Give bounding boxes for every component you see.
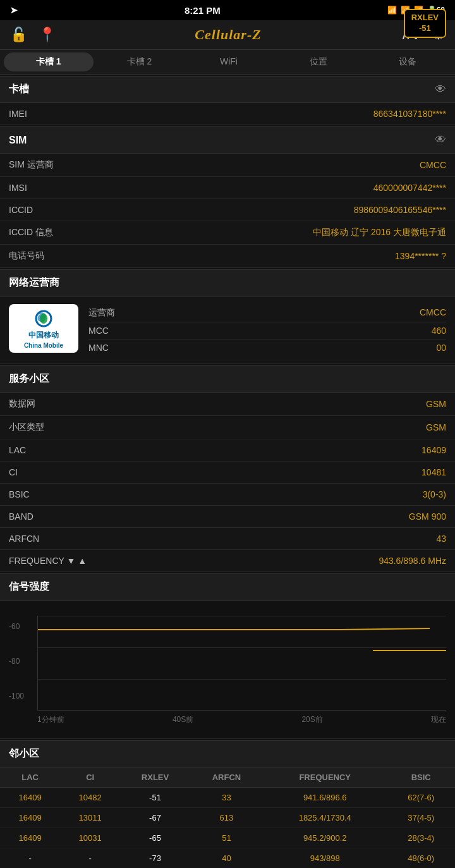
iccid-info-label: ICCID 信息 [9, 227, 53, 238]
china-mobile-en-label: China Mobile [24, 342, 63, 349]
tab-wifi[interactable]: WiFi [184, 50, 274, 74]
phone-number-label: 电话号码 [9, 250, 44, 262]
lock-icon[interactable]: 🔓 [10, 27, 27, 43]
x-label-20s: 20S前 [301, 714, 322, 725]
cell-arfcn-3: 40 [190, 848, 263, 869]
ci-label: CI [9, 467, 18, 477]
cell-frequency-3: 943/898 [263, 848, 387, 869]
imei-row: IMEI 866341037180**** [0, 103, 455, 125]
neighbor-cells-title: 邻小区 [9, 747, 39, 761]
rxlev-value: -51 [411, 23, 439, 34]
ci-row: CI 10481 [0, 462, 455, 484]
x-label-1min: 1分钟前 [37, 714, 64, 725]
tab-location[interactable]: 位置 [274, 50, 363, 74]
y-label-80: -80 [9, 657, 20, 666]
cell-bsic-1: 37(4-5) [387, 808, 455, 828]
x-label-now: 现在 [431, 714, 446, 725]
mnc-value: 00 [436, 343, 446, 353]
status-time: 8:21 PM [185, 5, 221, 16]
data-network-label: 数据网 [9, 398, 35, 410]
china-mobile-logo-svg [28, 308, 59, 330]
tab-sim2[interactable]: 卡槽 2 [95, 50, 185, 74]
mnc-label: MNC [88, 343, 109, 353]
app-header: 🔓 📍 Cellular-Z ∧∨ ⚙ [0, 20, 455, 50]
arfcn-row: ARFCN 43 [0, 528, 455, 550]
iccid-label: ICCID [9, 205, 33, 215]
cell-lac-2: 16409 [0, 828, 60, 848]
sim-operator-row: SIM 运营商 CMCC [0, 154, 455, 177]
rxlev-badge: RXLEV -51 [404, 9, 446, 38]
sim-operator-label: SIM 运营商 [9, 159, 54, 171]
neighbor-row-2: 16409 10031 -65 51 945.2/900.2 28(3-4) [0, 828, 455, 848]
col-header-lac: LAC [0, 767, 60, 788]
operator-logo: 中国移动 China Mobile [9, 304, 78, 353]
x-label-40s: 40S前 [173, 714, 193, 725]
cell-type-row: 小区类型 GSM [0, 416, 455, 439]
sim-section-header: SIM 👁 [0, 126, 455, 154]
card-section-header: 卡槽 👁 [0, 76, 455, 103]
lac-label: LAC [9, 445, 26, 455]
card-eye-icon[interactable]: 👁 [435, 83, 446, 96]
neighbor-table-header: LAC CI RXLEV ARFCN FREQUENCY BSIC [0, 767, 455, 788]
tab-device[interactable]: 设备 [363, 50, 452, 74]
operator-section-title: 网络运营商 [9, 276, 59, 290]
service-cell-header: 服务小区 [0, 365, 455, 393]
iccid-info-value: 中国移动 辽宁 2016 大唐微电子通 [313, 227, 446, 238]
neighbor-cells-table-container: LAC CI RXLEV ARFCN FREQUENCY BSIC 16409 … [0, 767, 455, 868]
imei-value: 866341037180**** [373, 109, 446, 119]
cell-rxlev-2: -65 [120, 828, 190, 848]
cell-rxlev-0: -51 [120, 788, 190, 808]
chart-plot-area [37, 616, 446, 711]
sim-rows: SIM 运营商 CMCC IMSI 460000007442**** ICCID… [0, 154, 455, 268]
operator-name-label: 运营商 [88, 307, 115, 319]
map-pin-icon[interactable]: 📍 [39, 27, 56, 43]
data-network-value: GSM [426, 399, 446, 409]
cell-frequency-1: 1825.4/1730.4 [263, 808, 387, 828]
sim-section-title: SIM [9, 135, 27, 146]
sim-eye-icon[interactable]: 👁 [435, 133, 446, 147]
mcc-value: 460 [432, 326, 446, 336]
col-header-ci: CI [60, 767, 120, 788]
cell-ci-3: - [60, 848, 120, 869]
cell-type-label: 小区类型 [9, 422, 44, 433]
cell-lac-3: - [0, 848, 60, 869]
service-cell-title: 服务小区 [9, 372, 49, 386]
col-header-arfcn: ARFCN [190, 767, 263, 788]
signal-svg [38, 616, 446, 711]
lac-row: LAC 16409 [0, 439, 455, 462]
signal-strength-title: 信号强度 [9, 580, 49, 594]
tab-sim1[interactable]: 卡槽 1 [4, 52, 94, 71]
operator-info-rows: 运营商 CMCC MCC 460 MNC 00 [88, 304, 446, 356]
svg-point-1 [40, 314, 47, 324]
tab-bar: 卡槽 1 卡槽 2 WiFi 位置 设备 [0, 50, 455, 75]
status-bar: ➤ 8:21 PM 📶 📶 📶 🔋60 [0, 0, 455, 20]
frequency-value: 943.6/898.6 MHz [379, 556, 446, 566]
frequency-row: FREQUENCY ▼ ▲ 943.6/898.6 MHz [0, 550, 455, 572]
iccid-row: ICCID 8986009406165546**** [0, 199, 455, 221]
band-label: BAND [9, 511, 33, 522]
cell-type-value: GSM [426, 422, 446, 432]
chart-x-labels: 1分钟前 40S前 20S前 现在 [37, 711, 446, 725]
cell-ci-1: 13011 [60, 808, 120, 828]
phone-number-row: 电话号码 1394******* ? [0, 245, 455, 268]
app-logo: Cellular-Z [195, 27, 261, 43]
operator-section-header: 网络运营商 [0, 269, 455, 296]
operator-name-row: 运营商 CMCC [88, 304, 446, 322]
cell-lac-0: 16409 [0, 788, 60, 808]
y-label-60: -60 [9, 622, 20, 631]
phone-number-value: 1394******* ? [395, 251, 446, 261]
mcc-label: MCC [88, 326, 109, 336]
cell-ci-2: 10031 [60, 828, 120, 848]
cell-bsic-3: 48(6-0) [387, 848, 455, 869]
signal-chart: -60 -80 -100 1分钟前 40S前 20S前 现在 [0, 601, 455, 739]
bsic-label: BSIC [9, 489, 30, 499]
band-value: GSM 900 [409, 511, 446, 522]
neighbor-cells-table: LAC CI RXLEV ARFCN FREQUENCY BSIC 16409 … [0, 767, 455, 868]
imsi-value: 460000007442**** [373, 183, 446, 193]
band-row: BAND GSM 900 [0, 506, 455, 528]
imsi-row: IMSI 460000007442**** [0, 177, 455, 199]
bsic-row: BSIC 3(0-3) [0, 484, 455, 506]
china-mobile-cn-label: 中国移动 [28, 330, 59, 341]
col-header-frequency: FREQUENCY [263, 767, 387, 788]
col-header-rxlev: RXLEV [120, 767, 190, 788]
